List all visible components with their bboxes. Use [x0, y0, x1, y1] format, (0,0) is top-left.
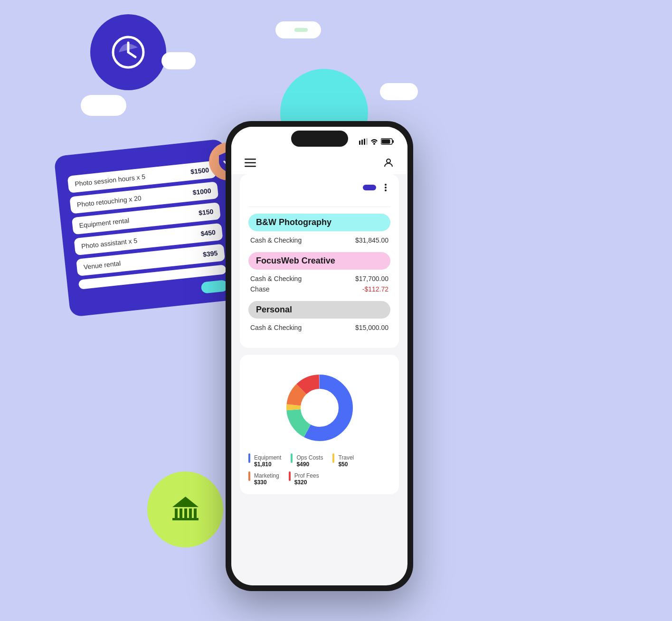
net-worth-row [248, 196, 390, 207]
svg-marker-6 [172, 497, 199, 507]
svg-rect-8 [359, 141, 360, 145]
svg-rect-15 [392, 140, 394, 143]
svg-point-20 [385, 184, 387, 186]
more-icon[interactable] [381, 183, 390, 192]
phone-notch [291, 131, 348, 147]
legend-item: Travel $50 [332, 453, 354, 468]
legend-dot [291, 453, 293, 463]
svg-rect-9 [361, 140, 363, 145]
account-row: Cash & Checking$31,845.00 [248, 235, 390, 245]
profile-icon[interactable] [383, 157, 394, 169]
legend-dot [248, 453, 250, 463]
legend-dot [289, 471, 291, 481]
menu-icon[interactable] [245, 159, 256, 167]
personal-savings-pill [161, 52, 196, 69]
legend-item: Ops Costs $490 [291, 453, 323, 468]
account-row: Chase-$112.72 [248, 284, 390, 294]
svg-point-28 [302, 390, 338, 426]
legend-dot [332, 453, 334, 463]
clock-circle [90, 14, 166, 90]
account-row: Cash & Checking$17,700.00 [248, 273, 390, 284]
account-row: Cash & Checking$15,000.00 [248, 322, 390, 333]
account-group: PersonalCash & Checking$15,000.00 [248, 301, 390, 333]
svg-rect-7 [172, 518, 199, 520]
tax-forms-pill [380, 83, 418, 100]
svg-point-21 [385, 187, 387, 188]
svg-rect-10 [364, 139, 365, 145]
add-button[interactable] [363, 185, 376, 190]
phone-mockup: B&W PhotographyCash & Checking$31,845.00… [226, 121, 413, 591]
scene: Photo session hours x 5$1500Photo retouc… [0, 0, 672, 621]
phone-nav [231, 151, 407, 174]
svg-rect-5 [194, 508, 197, 518]
svg-point-22 [385, 189, 387, 191]
svg-rect-17 [245, 162, 256, 164]
svg-rect-2 [180, 508, 182, 518]
svg-point-19 [387, 159, 390, 163]
legend-item: Equipment $1,810 [248, 453, 281, 468]
svg-rect-14 [382, 140, 390, 144]
legend-item: Marketing $330 [248, 471, 279, 486]
group-header: Personal [248, 301, 390, 319]
donut-chart [248, 370, 390, 446]
account-group: FocusWeb CreativeCash & Checking$17,700.… [248, 252, 390, 294]
svg-rect-4 [189, 508, 192, 518]
group-header: B&W Photography [248, 214, 390, 231]
svg-point-12 [373, 143, 375, 145]
invoice-567-pill [275, 21, 321, 38]
svg-rect-11 [366, 138, 368, 145]
svg-rect-1 [175, 508, 178, 518]
spending-card: Equipment $1,810 Ops Costs $490 Travel $… [240, 355, 399, 494]
bank-circle [147, 471, 223, 547]
svg-rect-3 [184, 508, 187, 518]
svg-rect-18 [245, 166, 256, 167]
paid-badge [294, 28, 308, 32]
business-accounts-pill [81, 95, 126, 116]
accounts-card: B&W PhotographyCash & Checking$31,845.00… [240, 174, 399, 348]
group-header: FocusWeb Creative [248, 252, 390, 270]
legend-dot [248, 471, 250, 481]
svg-rect-16 [245, 159, 256, 160]
submit-button[interactable] [201, 280, 228, 294]
account-group: B&W PhotographyCash & Checking$31,845.00 [248, 214, 390, 245]
legend-item: Prof Fees $320 [289, 471, 319, 486]
